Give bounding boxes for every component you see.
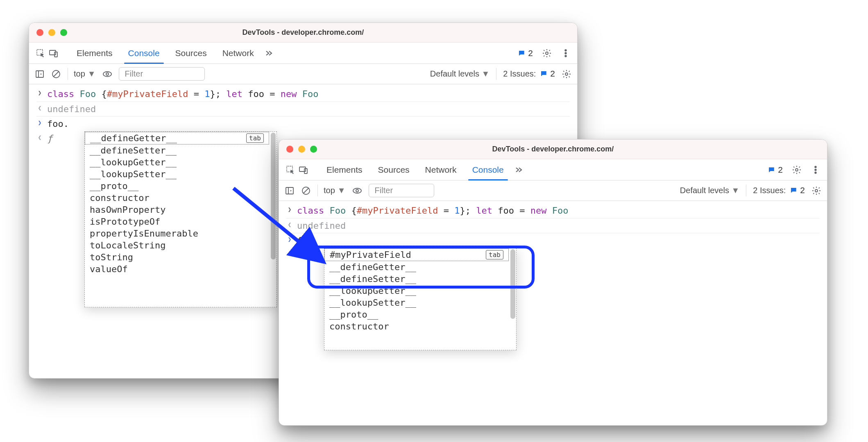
autocomplete-label: constructor [329, 321, 389, 332]
svg-point-13 [565, 73, 568, 75]
autocomplete-label: __defineGetter__ [90, 133, 177, 143]
autocomplete-item[interactable]: __proto__ [324, 309, 509, 320]
more-tabs-icon[interactable] [264, 48, 274, 58]
inspect-icon[interactable] [286, 165, 295, 175]
filter-input[interactable]: Filter [119, 67, 205, 81]
kebab-icon[interactable] [811, 165, 820, 175]
autocomplete-label: toLocaleString [90, 240, 165, 250]
tab-elements[interactable]: Elements [69, 43, 120, 63]
close-icon[interactable] [36, 29, 43, 36]
autocomplete-label: __lookupGetter__ [329, 286, 416, 296]
context-selector[interactable]: top ▼ [68, 68, 96, 80]
autocomplete-item[interactable]: __lookupSetter__ [324, 297, 509, 309]
autocomplete-popup[interactable]: __defineGetter__tab__defineSetter____loo… [84, 131, 277, 307]
autocomplete-item[interactable]: __defineSetter__ [324, 273, 509, 285]
svg-point-4 [565, 50, 567, 51]
autocomplete-item[interactable]: toString [85, 251, 269, 263]
more-tabs-icon[interactable] [514, 165, 524, 175]
autocomplete-item[interactable]: __lookupGetter__ [85, 156, 269, 168]
autocomplete-item[interactable]: constructor [85, 192, 269, 204]
issues-indicator[interactable]: 2 [518, 48, 533, 58]
filter-input[interactable]: Filter [369, 184, 434, 197]
autocomplete-label: __defineSetter__ [329, 274, 416, 284]
issues-indicator[interactable]: 2 [540, 69, 555, 79]
settings-icon[interactable] [792, 165, 802, 175]
chevron-down-icon: ▼ [731, 186, 739, 195]
console-output: ❯ undefined [279, 219, 827, 233]
clear-console-icon[interactable] [301, 186, 311, 196]
chevron-down-icon: ▼ [481, 69, 490, 78]
zoom-icon[interactable] [60, 29, 67, 36]
tab-sources[interactable]: Sources [168, 43, 214, 63]
tab-elements[interactable]: Elements [319, 159, 370, 180]
issues-indicator[interactable]: 2 [790, 185, 805, 195]
clear-console-icon[interactable] [51, 69, 61, 79]
tab-sources[interactable]: Sources [371, 159, 417, 180]
tab-hint: tab [246, 133, 264, 143]
titlebar: DevTools - developer.chrome.com/ [279, 140, 827, 159]
autocomplete-item[interactable]: __defineGetter__tab [85, 132, 269, 144]
autocomplete-item[interactable]: __defineGetter__ [324, 261, 509, 273]
issues-indicator[interactable]: 2 [768, 165, 783, 175]
device-toolbar-icon[interactable] [299, 165, 308, 175]
autocomplete-item[interactable]: toLocaleString [85, 239, 269, 251]
console-toolbar: top ▼ Filter Default levels ▼ 2 Issues: … [29, 64, 577, 84]
svg-point-25 [353, 188, 361, 193]
kebab-icon[interactable] [561, 48, 571, 58]
context-label: top [74, 69, 85, 79]
issues-badge: 2 [800, 185, 805, 195]
zoom-icon[interactable] [310, 146, 317, 153]
autocomplete-item[interactable]: __defineSetter__ [85, 144, 269, 156]
autocomplete-item[interactable]: valueOf [85, 263, 269, 275]
autocomplete-label: toString [90, 252, 133, 262]
autocomplete-item[interactable]: hasOwnProperty [85, 204, 269, 216]
window-title: DevTools - developer.chrome.com/ [29, 28, 577, 37]
tab-console[interactable]: Console [465, 159, 511, 180]
svg-rect-7 [36, 71, 43, 77]
tab-network[interactable]: Network [215, 43, 261, 63]
autocomplete-item[interactable]: #myPrivateFieldtab [324, 248, 509, 261]
autocomplete-label: __lookupGetter__ [90, 157, 177, 167]
autocomplete-popup[interactable]: #myPrivateFieldtab__defineGetter____defi… [324, 248, 517, 350]
autocomplete-label: __proto__ [329, 309, 378, 320]
autocomplete-label: __defineSetter__ [90, 145, 177, 156]
console-body: ❯ class Foo {#myPrivateField = 1}; let f… [29, 84, 577, 146]
autocomplete-item[interactable]: constructor [324, 320, 509, 332]
context-label: top [324, 186, 335, 195]
autocomplete-item[interactable]: propertyIsEnumerable [85, 228, 269, 239]
console-input-prev: ❯ class Foo {#myPrivateField = 1}; let f… [29, 87, 577, 101]
context-selector[interactable]: top ▼ [317, 185, 346, 196]
autocomplete-item[interactable]: __proto__ [85, 180, 269, 192]
console-prompt[interactable]: ❯ foo. [29, 117, 577, 131]
console-settings-icon[interactable] [811, 186, 821, 196]
tab-console[interactable]: Console [121, 43, 167, 63]
device-toolbar-icon[interactable] [49, 48, 59, 58]
minimize-icon[interactable] [298, 146, 305, 153]
autocomplete-item[interactable]: __lookupSetter__ [85, 168, 269, 180]
autocomplete-item[interactable]: isPrototypeOf [85, 216, 269, 228]
traffic-lights [36, 29, 67, 36]
levels-selector[interactable]: Default levels ▼ [430, 69, 490, 79]
console-prompt[interactable]: ❯ foo. [279, 233, 827, 248]
result-text: undefined [297, 220, 820, 232]
close-icon[interactable] [286, 146, 293, 153]
scrollbar[interactable] [510, 249, 515, 319]
settings-icon[interactable] [542, 48, 552, 58]
issues-label: 2 Issues: [753, 186, 786, 195]
tab-hint: tab [486, 250, 503, 259]
levels-selector[interactable]: Default levels ▼ [680, 186, 739, 195]
console-settings-icon[interactable] [562, 69, 571, 79]
autocomplete-label: hasOwnProperty [90, 205, 165, 215]
svg-point-6 [565, 55, 567, 57]
sidebar-toggle-icon[interactable] [285, 186, 295, 196]
message-icon [790, 187, 797, 194]
tab-network[interactable]: Network [418, 159, 464, 180]
sidebar-toggle-icon[interactable] [35, 69, 45, 79]
scrollbar[interactable] [271, 133, 276, 259]
svg-point-12 [106, 73, 109, 75]
live-expression-icon[interactable] [352, 186, 362, 196]
autocomplete-item[interactable]: __lookupGetter__ [324, 285, 509, 297]
minimize-icon[interactable] [48, 29, 55, 36]
inspect-icon[interactable] [36, 48, 45, 58]
live-expression-icon[interactable] [102, 69, 112, 79]
